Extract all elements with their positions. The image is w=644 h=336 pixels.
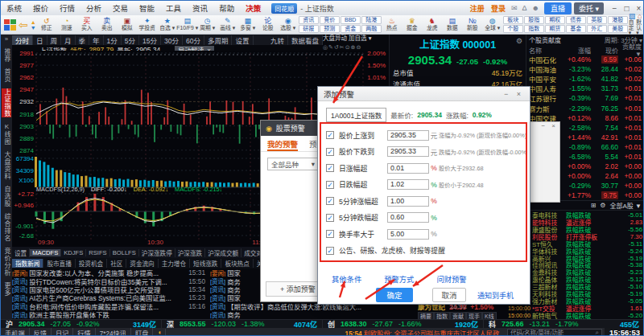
btn-美股[interactable]: 美股 [608, 25, 628, 33]
draw-tool-icon-3[interactable]: ✂ [340, 44, 345, 50]
sidebar-item-更多[interactable]: 更多 [2, 282, 11, 297]
news-tab-指数新闻[interactable]: 指数新闻 [12, 259, 43, 268]
condition-input[interactable]: 5.00 [387, 229, 429, 240]
sidebar-item-大盘资料[interactable]: 大盘资料 [2, 151, 11, 180]
news-row[interactable]: [要闻]国家发改委:以人为本、分类施策 稳步提高...15:31 [12, 268, 210, 277]
period-设置[interactable]: 设置 [232, 35, 253, 45]
gear-icon[interactable]: ⚙ [516, 37, 522, 45]
news-ticker[interactable]: 15:54 利欧股份: 全资子公司拟与重庆市江北区人民政... [345, 328, 505, 336]
btn-外汇[interactable]: 外汇 [587, 25, 607, 33]
btn-板块[interactable]: 板块 [503, 16, 523, 24]
updown-arrows[interactable]: ▲▼ [31, 19, 36, 31]
btn-期权[interactable]: 期权 [545, 16, 565, 24]
btn-期货[interactable]: 期货 [545, 25, 565, 33]
contrib-row[interactable]: 中国海油-3.23%28.44+0.02 [526, 64, 644, 74]
news-row[interactable]: [资讯]商务 [210, 310, 472, 318]
tool-模拟[interactable]: ▣模拟 [118, 18, 137, 31]
news-tab-社区[interactable]: 社区 [107, 259, 126, 268]
movement-row[interactable]: 15:00:00新特电气跌幅跌破-5.20 [492, 312, 644, 319]
bell-icon[interactable]: Δ [522, 4, 526, 12]
menu-帮助[interactable]: 帮助 [213, 2, 240, 14]
col-现价[interactable]: 现价 [591, 46, 618, 55]
period-1分[interactable]: 1分 [104, 35, 122, 45]
btn-资讯[interactable]: 资讯 [299, 16, 319, 24]
dingpan-icon[interactable]: ◖ [153, 329, 166, 336]
live-button[interactable]: 直播 [544, 2, 572, 14]
login-link[interactable]: 登录 [491, 3, 506, 14]
news-row[interactable]: [资讯]台积电:网传低价申购库藏股是诈骗,保留法...15:16 [12, 302, 210, 310]
btn-股指[interactable]: 股指 [524, 16, 544, 24]
news-tab-板块热点[interactable]: 板块热点 [221, 259, 253, 268]
indicator-tab-KDJFS[interactable]: KDJFS [61, 249, 86, 256]
checkbox-icon[interactable]: ✓ [326, 164, 334, 172]
col-名称[interactable]: 名称 [526, 46, 562, 55]
sidebar-item-竞价分析[interactable]: 竞价分析 [2, 248, 11, 277]
tool-学投资[interactable]: ✦学投资 [138, 18, 157, 31]
dialog-link-其他条件[interactable]: 其他条件 [332, 273, 361, 285]
btn-两融[interactable]: 两融 [361, 25, 382, 33]
tool-新股[interactable]: №新股 [463, 18, 482, 31]
tool-全球[interactable]: ◍全球 ▾ [483, 18, 502, 31]
tool-数据看盘[interactable]: 数据看盘 [288, 35, 323, 45]
period-日[interactable]: 日 [33, 35, 47, 45]
indicator-tab-沪深涨跌停[interactable]: 沪深涨跌停 [139, 248, 175, 257]
news-tab-投资机会[interactable]: 投资机会 [76, 259, 107, 268]
tool-自选[interactable]: ★自选 ▾ [158, 18, 177, 31]
tool-龙虎[interactable]: ♞龙虎 [423, 18, 442, 31]
back-arrow-icon[interactable]: ⇦ [19, 19, 28, 31]
draw-tool-icon-2[interactable]: ↺ [334, 44, 340, 50]
palette-icon[interactable] [2, 19, 16, 31]
tool-F10/F9[interactable]: ▤F10/F9 ▾ [178, 18, 197, 31]
btn-BBD[interactable]: BBD [341, 16, 361, 24]
indicator-tab-沪深涨跌[interactable]: 沪深涨跌 [175, 248, 205, 257]
custom-layout-button[interactable]: ▧自定 ▾ [629, 13, 636, 36]
news-tab-股市直播[interactable]: 股市直播 [43, 259, 75, 268]
settings-icon[interactable]: ⚙ [600, 202, 605, 209]
btn-陆港[interactable]: 陆港 [361, 16, 382, 24]
contrib-row[interactable]: 江苏银行-0.39%7.69+0.01 [526, 93, 644, 103]
bottom-tab-行情[interactable]: 行情 [73, 328, 95, 336]
dialog-link-预警方式[interactable]: 预警方式 [384, 273, 414, 285]
checkbox-icon[interactable]: ✓ [326, 181, 334, 189]
menu-系统[interactable]: 系统 [1, 2, 27, 14]
sidebar-item-K线图[interactable]: K线图 [2, 123, 11, 145]
checkbox-icon[interactable]: ✓ [326, 214, 334, 222]
news-row[interactable]: [资讯]国家电投500亿元小公募债项目获上交所受理15:34 [12, 285, 210, 293]
checkbox-icon[interactable]: ✓ [326, 197, 334, 205]
checkbox-icon[interactable]: ✓ [326, 247, 334, 255]
close-icon[interactable]: × [633, 4, 644, 13]
btn-港股[interactable]: 港股 [608, 16, 628, 24]
broker-button[interactable]: 委托 ▾ [574, 2, 604, 14]
tool-论股[interactable]: 论论股 [258, 18, 278, 31]
tool-修正[interactable]: ↺修正 [37, 18, 56, 31]
minimize-icon[interactable]: − [609, 4, 621, 13]
menu-资讯[interactable]: 资讯 [187, 2, 213, 14]
period-30分[interactable]: 30分 [161, 35, 183, 45]
sidebar-item-综合排名[interactable]: 综合排名 [2, 213, 11, 242]
tool-买入[interactable]: 买买入 [77, 18, 97, 31]
grid-icon[interactable]: ⊞ [591, 202, 597, 209]
period-月[interactable]: 月 [61, 35, 76, 45]
period-多周期[interactable]: 多周期 [204, 35, 233, 45]
news-tab-主力增仓[interactable]: 主力增仓 [159, 259, 190, 268]
checkbox-icon[interactable]: ✓ [326, 148, 334, 156]
checkbox-icon[interactable]: ✓ [326, 230, 334, 238]
indicator-tab-BOLLFS[interactable]: BOLLFS [110, 249, 139, 256]
indicator-tab-MACDFS[interactable]: MACDFS [30, 249, 61, 256]
btn-债券[interactable]: 债券 [566, 16, 586, 24]
btn-预测[interactable]: 预测 [320, 25, 340, 33]
mail-icon[interactable]: ✉ [511, 4, 518, 12]
indicator-tab-设置[interactable]: 设置 [12, 248, 30, 257]
big-move-label[interactable]: 大盘异动 [323, 35, 347, 42]
btn-研报[interactable]: 研报 [299, 25, 319, 33]
period-季[interactable]: 季 [76, 35, 90, 45]
condition-input[interactable]: 0.01 [387, 163, 429, 174]
sidebar-item-自选股[interactable]: 自选股 [2, 186, 11, 207]
bottom-tab-日记[interactable]: 日记 [52, 328, 73, 336]
checkbox-icon[interactable]: ✓ [326, 131, 334, 139]
menu-hot[interactable]: 决策 [240, 2, 266, 14]
menu-工具[interactable]: 工具 [160, 2, 187, 14]
news-row[interactable]: [资讯]AI芯片生产商Cerebras Systems:已向美国证监...15:… [12, 293, 210, 301]
tool-多窗[interactable]: ▦多窗 ▾ [238, 18, 258, 31]
tool-卖出[interactable]: 卖卖出 [97, 18, 117, 31]
